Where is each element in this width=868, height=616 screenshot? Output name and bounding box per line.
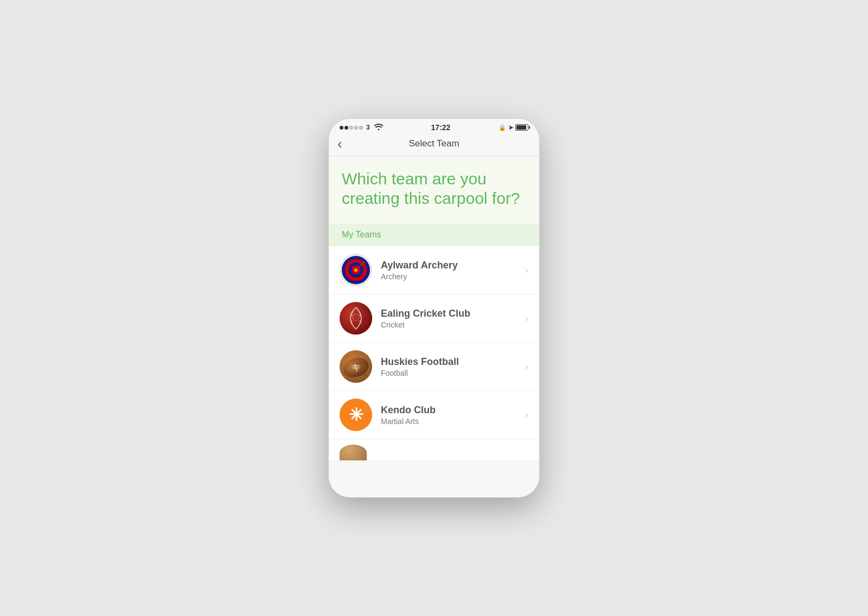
archery-sport: Archery xyxy=(381,272,525,281)
football-name: Huskies Football xyxy=(381,356,525,368)
signal-dots xyxy=(340,126,363,130)
battery-fill xyxy=(516,125,526,130)
team-item-archery[interactable]: Aylward Archery Archery › xyxy=(329,246,539,294)
my-teams-label: My Teams xyxy=(342,230,381,239)
signal-dot-1 xyxy=(340,126,343,130)
status-time: 17:22 xyxy=(431,123,450,132)
signal-dot-5 xyxy=(359,126,363,130)
status-bar: 3 17:22 🔒 ➤ xyxy=(329,119,539,134)
kendo-asterisk-icon: ✳ xyxy=(349,406,363,424)
signal-dot-3 xyxy=(349,126,353,130)
archery-name: Aylward Archery xyxy=(381,260,525,271)
football-info: Huskies Football Football xyxy=(381,356,525,377)
partial-team-item xyxy=(329,439,539,461)
kendo-name: Kendo Club xyxy=(381,405,525,416)
cricket-info: Ealing Cricket Club Cricket xyxy=(381,308,525,329)
archery-icon xyxy=(340,254,372,286)
team-item-football[interactable]: Huskies Football Football › xyxy=(329,343,539,391)
partial-icon xyxy=(340,445,367,461)
nav-bar: ‹ Select Team xyxy=(329,134,539,156)
cricket-chevron: › xyxy=(525,313,528,324)
status-left: 3 xyxy=(340,123,383,132)
cricket-name: Ealing Cricket Club xyxy=(381,308,525,319)
location-icon: ➤ xyxy=(508,124,513,131)
svg-point-8 xyxy=(340,302,372,335)
cricket-icon xyxy=(340,302,372,335)
team-list: Aylward Archery Archery › xyxy=(329,246,539,461)
section-header: My Teams xyxy=(329,223,539,246)
signal-number: 3 xyxy=(366,124,370,131)
nav-title: Select Team xyxy=(409,138,459,149)
lock-icon: 🔒 xyxy=(499,124,506,131)
hero-section: Which team are you creating this carpool… xyxy=(329,156,539,223)
football-sport: Football xyxy=(381,369,525,377)
back-button[interactable]: ‹ xyxy=(337,137,342,151)
football-icon xyxy=(340,350,372,383)
battery-icon xyxy=(515,124,528,131)
kendo-info: Kendo Club Martial Arts xyxy=(381,405,525,426)
archery-info: Aylward Archery Archery xyxy=(381,260,525,281)
cricket-sport: Cricket xyxy=(381,320,525,329)
archery-chevron: › xyxy=(525,265,528,276)
football-chevron: › xyxy=(525,361,528,373)
kendo-sport: Martial Arts xyxy=(381,417,525,426)
team-item-kendo[interactable]: ✳ Kendo Club Martial Arts › xyxy=(329,391,539,439)
kendo-chevron: › xyxy=(525,409,528,421)
hero-question: Which team are you creating this carpool… xyxy=(342,169,526,208)
phone-frame: 3 17:22 🔒 ➤ ‹ Select Team Which team are… xyxy=(328,118,540,498)
signal-dot-2 xyxy=(344,126,348,130)
signal-dot-4 xyxy=(354,126,358,130)
wifi-icon xyxy=(374,123,383,132)
kendo-icon: ✳ xyxy=(340,399,372,431)
team-item-cricket[interactable]: Ealing Cricket Club Cricket › xyxy=(329,294,539,343)
status-right: 🔒 ➤ xyxy=(499,124,528,131)
